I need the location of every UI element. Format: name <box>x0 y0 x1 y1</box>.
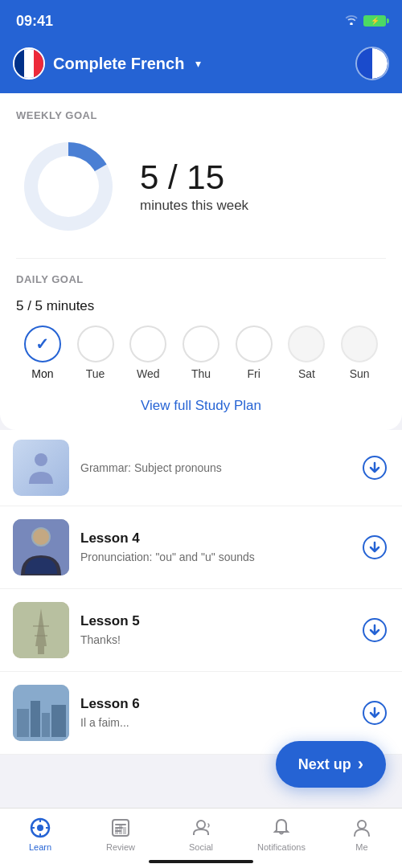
svg-point-21 <box>37 825 43 831</box>
lesson-thumbnail-4 <box>13 519 69 575</box>
status-time: 09:41 <box>16 13 53 30</box>
days-row: ✓ Mon Tue Wed Thu Fri <box>16 326 386 380</box>
day-label-sun: Sun <box>350 367 370 380</box>
lesson-title-4: Lesson 4 <box>80 530 349 547</box>
svg-rect-10 <box>38 646 44 654</box>
svg-rect-27 <box>115 829 118 834</box>
battery-icon: ⚡ <box>363 15 386 27</box>
me-nav-label: Me <box>355 842 367 852</box>
day-label-mon: Mon <box>31 367 53 380</box>
day-circle-sun <box>341 326 378 362</box>
day-item-mon: ✓ Mon <box>16 326 69 380</box>
lesson-item-5[interactable]: Lesson 5 Thanks! <box>0 589 402 672</box>
nav-item-learn[interactable]: Learn <box>0 817 80 852</box>
svg-rect-29 <box>123 827 126 834</box>
nav-item-review[interactable]: Review <box>80 817 161 852</box>
download-button-6[interactable] <box>360 698 389 727</box>
next-up-button[interactable]: Next up › <box>276 741 386 788</box>
day-label-fri: Fri <box>248 367 260 380</box>
review-nav-label: Review <box>106 842 135 852</box>
svg-rect-15 <box>17 709 29 737</box>
nav-item-notifications[interactable]: Notifications <box>241 817 322 852</box>
weekly-goal-label: WEEKLY GOAL <box>16 109 386 121</box>
lesson-title-6: Lesson 6 <box>80 696 349 712</box>
thumb-city <box>13 685 69 741</box>
svg-rect-16 <box>31 701 40 737</box>
download-button-5[interactable] <box>360 616 389 645</box>
lesson-info-partial: Grammar: Subject pronouns <box>80 461 349 475</box>
social-nav-label: Social <box>189 842 213 852</box>
goal-fraction: 5 / 15 <box>140 159 248 196</box>
day-circle-tue <box>77 326 114 362</box>
header-left[interactable]: Complete French ▾ <box>13 47 201 80</box>
lesson-thumbnail-partial <box>13 440 69 496</box>
clock-icon <box>357 48 388 79</box>
lesson-item-4[interactable]: Lesson 4 Pronunciation: "ou" and "u" sou… <box>0 506 402 589</box>
nav-item-me[interactable]: Me <box>322 817 402 852</box>
thumb-grammar <box>13 440 69 496</box>
day-item-fri: Fri <box>228 326 281 380</box>
wifi-icon <box>344 14 359 28</box>
svg-point-1 <box>38 156 99 217</box>
notifications-nav-label: Notifications <box>257 842 306 852</box>
day-circle-wed <box>129 326 166 362</box>
learn-icon <box>29 817 51 839</box>
day-circle-mon: ✓ <box>24 326 61 362</box>
goal-text: 5 / 15 minutes this week <box>140 159 248 214</box>
lesson-subtitle-partial: Grammar: Subject pronouns <box>80 461 349 475</box>
lessons-section: Grammar: Subject pronouns <box>0 430 402 755</box>
day-circle-thu <box>183 326 219 362</box>
learn-nav-label: Learn <box>29 842 51 852</box>
social-icon <box>190 817 212 839</box>
daily-goal-section: DAILY GOAL 5 / 5 minutes ✓ Mon Tue Wed <box>16 258 386 380</box>
thumb-paris <box>13 602 69 658</box>
download-button-4[interactable] <box>360 533 389 562</box>
lesson-info-4: Lesson 4 Pronunciation: "ou" and "u" sou… <box>80 530 349 564</box>
thumb-person <box>13 519 69 575</box>
day-item-sun: Sun <box>333 326 386 380</box>
day-label-tue: Tue <box>86 367 105 380</box>
language-flag <box>13 47 45 80</box>
svg-point-6 <box>33 529 49 545</box>
next-up-arrow: › <box>358 754 363 775</box>
svg-rect-18 <box>51 705 66 737</box>
daily-goal-label: DAILY GOAL <box>16 273 386 285</box>
lesson-info-6: Lesson 6 Il a faim... <box>80 696 349 730</box>
day-circle-sat <box>288 326 325 362</box>
svg-point-30 <box>197 821 205 829</box>
day-item-tue: Tue <box>69 326 122 380</box>
svg-rect-17 <box>42 713 50 737</box>
pie-chart <box>16 134 121 239</box>
study-plan-link[interactable]: View full Study Plan <box>141 398 261 413</box>
daily-goal-minutes: 5 / 5 minutes <box>16 298 386 314</box>
day-circle-fri <box>236 326 273 362</box>
status-icons: ⚡ <box>344 14 386 28</box>
chevron-down-icon: ▾ <box>195 57 201 70</box>
history-button[interactable] <box>355 47 389 80</box>
goal-subtext: minutes this week <box>140 198 248 214</box>
home-indicator <box>149 860 253 863</box>
course-title: Complete French <box>53 55 184 73</box>
download-button-partial[interactable] <box>360 453 389 482</box>
view-study-plan[interactable]: View full Study Plan <box>16 385 386 417</box>
bottom-nav: Learn Review Social <box>0 808 402 868</box>
day-label-sat: Sat <box>298 367 315 380</box>
checkmark-icon: ✓ <box>35 334 49 354</box>
day-label-wed: Wed <box>137 367 160 380</box>
me-icon <box>351 817 373 839</box>
lesson-subtitle-4: Pronunciation: "ou" and "u" sounds <box>80 550 349 564</box>
notifications-icon <box>270 817 293 839</box>
lesson-item-partial[interactable]: Grammar: Subject pronouns <box>0 430 402 506</box>
review-icon <box>109 817 132 839</box>
lesson-title-5: Lesson 5 <box>80 613 349 629</box>
app-header: Complete French ▾ <box>0 40 402 93</box>
day-item-sat: Sat <box>281 326 334 380</box>
day-label-thu: Thu <box>191 367 211 380</box>
svg-rect-28 <box>119 825 122 834</box>
lesson-subtitle-5: Thanks! <box>80 633 349 647</box>
day-item-wed: Wed <box>121 326 174 380</box>
next-up-label: Next up <box>298 756 351 773</box>
day-item-thu: Thu <box>174 326 228 380</box>
lesson-thumbnail-6 <box>13 685 69 741</box>
nav-item-social[interactable]: Social <box>161 817 241 852</box>
